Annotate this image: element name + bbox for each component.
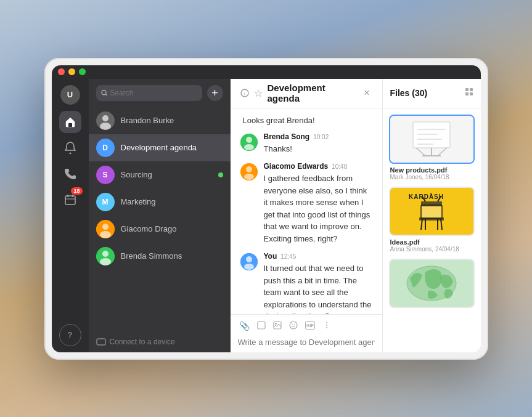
file-item-map[interactable] (389, 259, 475, 308)
svg-line-7 (105, 94, 107, 95)
search-input[interactable] (110, 89, 197, 97)
msg-text-self: It turned out that we need to push this … (264, 262, 372, 314)
svg-point-27 (244, 174, 254, 180)
msg-meta-giacomo: Giacomo Edwards 10:48 (264, 162, 372, 171)
svg-rect-0 (68, 123, 72, 127)
sidebar: U (52, 79, 89, 352)
msg-time-giacomo: 10:48 (332, 163, 347, 170)
message-brenda-song: Brenda Song 10:02 Thanks! (240, 132, 372, 155)
channel-item-giacomo[interactable]: Giacomo Drago (89, 216, 231, 243)
svg-rect-17 (97, 339, 105, 345)
device-screen: U (52, 65, 481, 352)
svg-point-39 (326, 322, 327, 323)
svg-point-6 (101, 90, 105, 94)
file-name-new-products: New products.pdf (390, 166, 473, 174)
sidebar-icon-help[interactable]: ? (59, 324, 81, 346)
svg-text:GIF: GIF (306, 323, 314, 328)
msg-text-giacomo: I gathered feedback from everyone else a… (264, 172, 372, 245)
msg-content-giacomo: Giacomo Edwards 10:48 I gathered feedbac… (264, 162, 372, 245)
channel-name-marketing: Marketing (121, 197, 223, 206)
channel-item-brandon[interactable]: Brandon Burke (89, 107, 231, 134)
file-info-ideas: Anna Simmons, 24/04/18 (390, 246, 473, 253)
msg-author-self: You (264, 252, 277, 261)
svg-text:i: i (244, 91, 245, 97)
msg-text-brenda: Thanks! (264, 143, 372, 155)
channel-item-brenda[interactable]: Brenda Simmons (89, 243, 231, 270)
channel-list-header: + (89, 79, 231, 107)
channel-name-brenda-simmons: Brenda Simmons (121, 251, 223, 261)
calendar-badge: 18 (71, 187, 82, 195)
files-grid-icon[interactable] (465, 87, 473, 99)
emoji-icon[interactable] (288, 320, 299, 333)
channel-item-development[interactable]: D Development agenda (89, 134, 231, 161)
msg-meta-self: You 12:45 (264, 252, 372, 261)
file-name-ideas: Ideas.pdf (390, 238, 473, 246)
chat-close-button[interactable]: × (361, 85, 372, 101)
msg-content-brenda: Brenda Song 10:02 Thanks! (264, 132, 372, 155)
channel-name-sourcing: Sourcing (121, 170, 212, 179)
svg-point-29 (246, 256, 252, 262)
search-box[interactable] (96, 85, 202, 101)
msg-meta-brenda: Brenda Song 10:02 (264, 132, 372, 141)
channel-list-footer[interactable]: Connect to a device (89, 331, 231, 352)
svg-rect-64 (421, 201, 442, 206)
svg-rect-58 (421, 205, 442, 219)
svg-point-40 (326, 325, 327, 326)
msg-avatar-brenda (240, 134, 258, 151)
msg-author-giacomo: Giacomo Edwards (264, 162, 329, 171)
svg-point-33 (275, 323, 277, 325)
code-icon[interactable] (256, 320, 267, 333)
traffic-minimize[interactable] (68, 68, 75, 75)
svg-rect-45 (470, 92, 473, 95)
avatar[interactable]: U (60, 85, 80, 105)
msg-content-self: You 12:45 It turned out that we need to … (264, 252, 372, 314)
sidebar-bottom: ? (59, 324, 81, 346)
msg-avatar-giacomo (240, 163, 258, 180)
file-meta-new-products: New products.pdf Mark Jones, 16/04/18 (389, 166, 475, 180)
svg-point-12 (102, 224, 108, 230)
file-item-ideas[interactable]: KARDÅSH (389, 187, 475, 253)
svg-point-1 (69, 152, 71, 154)
sidebar-icon-home[interactable] (59, 111, 81, 133)
svg-rect-63 (419, 217, 444, 221)
svg-point-16 (100, 258, 111, 265)
image-icon[interactable] (272, 320, 283, 333)
chat-header: i ☆ Development agenda × (231, 79, 382, 108)
chat-title: Development agenda (268, 83, 357, 103)
connect-device-label: Connect to a device (110, 338, 175, 346)
channel-list: + Brandon Burke D Dev (89, 79, 231, 352)
sidebar-icon-calendar[interactable]: 18 (59, 188, 81, 211)
info-icon: i (240, 89, 249, 97)
channel-item-sourcing[interactable]: S Sourcing (89, 161, 231, 188)
svg-rect-42 (465, 88, 469, 91)
more-icon[interactable] (321, 320, 332, 333)
svg-rect-43 (470, 88, 473, 91)
sidebar-icon-notifications[interactable] (59, 137, 81, 159)
svg-rect-44 (465, 92, 469, 95)
file-info-new-products: Mark Jones, 16/04/18 (390, 174, 473, 180)
sidebar-icon-phone[interactable] (59, 163, 81, 185)
files-header: Files (30) (383, 79, 481, 108)
file-item-new-products[interactable]: New products.pdf Mark Jones, 16/04/18 (389, 115, 475, 180)
chat-area: i ☆ Development agenda × Looks great Bre… (231, 79, 382, 352)
channel-item-marketing[interactable]: M Marketing (89, 188, 231, 216)
svg-point-41 (326, 327, 327, 328)
msg-time-brenda: 10:02 (313, 134, 329, 140)
device-frame: U (44, 58, 488, 360)
gif-icon[interactable]: GIF (304, 320, 316, 333)
svg-point-36 (294, 323, 295, 325)
msg-time-self: 12:45 (280, 253, 296, 260)
chat-header-info: Development agenda (268, 83, 357, 103)
channel-dot-sourcing (218, 172, 223, 177)
star-icon[interactable]: ☆ (254, 87, 263, 99)
msg-author-brenda: Brenda Song (264, 132, 310, 141)
message-self: You 12:45 It turned out that we need to … (240, 252, 372, 314)
traffic-close[interactable] (58, 68, 65, 75)
traffic-maximize[interactable] (79, 68, 86, 75)
attachment-icon[interactable]: 📎 (238, 320, 251, 333)
chat-toolbar: 📎 (238, 320, 375, 333)
add-channel-button[interactable]: + (207, 85, 223, 101)
channel-name-giacomo: Giacomo Drago (121, 224, 223, 233)
svg-point-23 (246, 137, 252, 143)
chat-input[interactable] (238, 338, 375, 347)
